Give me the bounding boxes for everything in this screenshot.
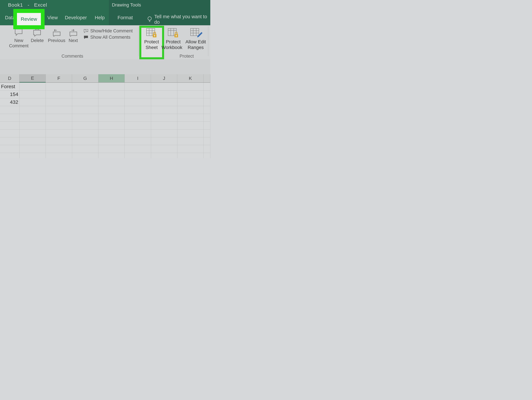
cell[interactable] [72,91,98,98]
cell[interactable] [151,145,177,153]
cell[interactable] [0,145,19,153]
cell[interactable] [125,114,151,122]
cell[interactable] [0,129,19,137]
cell[interactable] [177,122,204,129]
allow-edit-ranges-button[interactable]: Allow Edit Ranges [185,28,207,50]
cell[interactable] [204,145,210,153]
cell[interactable] [72,98,98,106]
cell[interactable] [72,129,98,137]
cell[interactable] [177,91,204,98]
cell[interactable] [125,137,151,145]
show-all-comments-button[interactable]: Show All Comments [84,35,131,40]
cell[interactable] [125,122,151,129]
cell[interactable] [125,91,151,98]
previous-comment-button[interactable]: Previous [48,28,65,43]
cell[interactable] [98,83,125,91]
cell[interactable] [19,114,46,122]
cell[interactable] [177,145,204,153]
cell[interactable] [19,106,46,114]
cell[interactable] [0,114,19,122]
cell[interactable] [151,137,177,145]
cell[interactable] [46,106,72,114]
protect-sheet-button[interactable]: Protect Sheet [143,28,160,50]
cell[interactable] [46,91,72,98]
cell[interactable] [151,91,177,98]
cell[interactable] [204,153,210,158]
cell[interactable] [151,114,177,122]
cell[interactable] [151,98,177,106]
cell[interactable] [204,114,210,122]
cell[interactable] [204,83,210,91]
cell[interactable]: 154 [0,91,19,98]
cell[interactable] [177,98,204,106]
cell[interactable] [0,153,19,158]
column-header-G[interactable]: G [72,74,98,82]
cell[interactable] [46,129,72,137]
new-comment-button[interactable]: New Comment [8,28,30,49]
cell[interactable] [19,122,46,129]
next-comment-button[interactable]: Next [68,28,79,43]
cell[interactable] [98,145,125,153]
cell[interactable]: 432 [0,98,19,106]
cell[interactable] [204,98,210,106]
cell[interactable] [177,153,204,158]
cell[interactable] [177,106,204,114]
cell[interactable] [98,153,125,158]
cell[interactable] [204,122,210,129]
cell[interactable] [204,129,210,137]
tell-me-search[interactable]: Tell me what you want to do [147,14,210,25]
tab-format[interactable]: Format [116,15,134,20]
cell[interactable] [46,137,72,145]
cell[interactable] [72,145,98,153]
cell[interactable] [125,106,151,114]
cell[interactable] [151,129,177,137]
cell[interactable] [98,122,125,129]
cell[interactable] [19,83,46,91]
column-header-D[interactable]: D [0,74,19,82]
cell[interactable] [0,122,19,129]
column-header-J[interactable]: J [151,74,177,82]
cell[interactable] [46,98,72,106]
cell[interactable] [125,129,151,137]
cell[interactable] [98,91,125,98]
column-header-K[interactable]: K [177,74,203,82]
column-header-H[interactable]: H [98,74,125,82]
cell[interactable] [0,137,19,145]
cell[interactable] [72,114,98,122]
cell[interactable] [177,137,204,145]
cell[interactable] [46,122,72,129]
cell[interactable] [46,114,72,122]
cell[interactable] [0,106,19,114]
cell[interactable]: Forest [0,83,19,91]
cell[interactable] [98,137,125,145]
cell[interactable] [46,145,72,153]
tab-view[interactable]: View [46,15,59,20]
cell[interactable] [19,91,46,98]
cell[interactable] [72,83,98,91]
cell[interactable] [151,153,177,158]
cell[interactable] [177,129,204,137]
cell[interactable] [19,153,46,158]
cell[interactable] [72,106,98,114]
cell[interactable] [151,106,177,114]
cell[interactable] [19,129,46,137]
cell[interactable] [46,153,72,158]
column-header-I[interactable]: I [125,74,151,82]
protect-workbook-button[interactable]: Protect Workbook [163,28,183,50]
cell[interactable] [72,122,98,129]
delete-comment-button[interactable]: Delete [31,28,44,43]
cell[interactable] [98,129,125,137]
tab-review[interactable]: Review [17,13,41,25]
cell[interactable] [125,98,151,106]
cell[interactable] [151,122,177,129]
cell[interactable] [177,114,204,122]
column-header-E[interactable]: E [19,74,46,83]
cell[interactable] [98,114,125,122]
tab-developer[interactable]: Developer [63,15,89,20]
show-hide-comment-button[interactable]: Show/Hide Comment [84,28,133,34]
cell[interactable] [204,91,210,98]
cell[interactable] [19,145,46,153]
cell[interactable] [98,98,125,106]
cell[interactable] [98,106,125,114]
cell[interactable] [72,137,98,145]
